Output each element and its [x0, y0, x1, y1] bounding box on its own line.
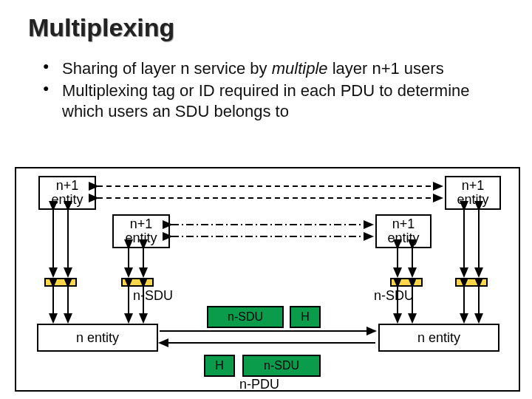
green-nsdu-bottom-label: n-SDU [264, 359, 299, 372]
green-nsdu-top-label: n-SDU [228, 310, 263, 324]
label-np1-b: n+1 entity [125, 217, 157, 245]
label-nsdu-left: n-SDU [133, 288, 173, 304]
bullet-1-em: multiple [272, 59, 328, 78]
label-n-entity-left: n entity [76, 331, 119, 345]
green-nsdu-bottom: n-SDU [242, 355, 321, 377]
box-np1-left-b: n+1 entity [112, 214, 170, 248]
bullet-1-post: layer n+1 users [328, 59, 444, 78]
bullet-1-pre: Sharing of layer n service by [62, 59, 272, 78]
green-h-top: H [290, 306, 321, 328]
sap-bar-1 [44, 278, 77, 287]
box-np1-right-a: n+1 entity [445, 176, 501, 210]
sap-bar-3 [390, 278, 423, 287]
label-np1-c: n+1 entity [457, 179, 488, 207]
box-n-entity-right: n entity [378, 324, 499, 352]
slide-title: Multiplexing [0, 0, 532, 42]
sap-bar-4 [455, 278, 488, 287]
bullet-2-text: Multiplexing tag or ID required in each … [62, 81, 470, 120]
label-np1-d: n+1 entity [387, 217, 419, 245]
diagram-container: n+1 entity n+1 entity n+1 entity n+1 ent… [15, 167, 520, 392]
sap-bar-2 [121, 278, 154, 287]
green-nsdu-top: n-SDU [207, 306, 284, 328]
box-np1-right-b: n+1 entity [375, 214, 432, 248]
label-npdu: n-PDU [239, 377, 279, 392]
box-n-entity-left: n entity [37, 324, 158, 352]
green-h-top-label: H [301, 310, 310, 324]
label-nsdu-right: n-SDU [374, 288, 414, 304]
label-n-entity-right: n entity [417, 331, 460, 345]
bullet-2: Multiplexing tag or ID required in each … [43, 81, 510, 122]
box-np1-left-a: n+1 entity [38, 176, 96, 210]
bullet-1: Sharing of layer n service by multiple l… [43, 58, 510, 79]
label-np1-a: n+1 entity [51, 179, 83, 207]
green-h-bottom: H [204, 355, 235, 377]
green-h-bottom-label: H [215, 359, 224, 372]
bullet-list: Sharing of layer n service by multiple l… [0, 42, 532, 122]
